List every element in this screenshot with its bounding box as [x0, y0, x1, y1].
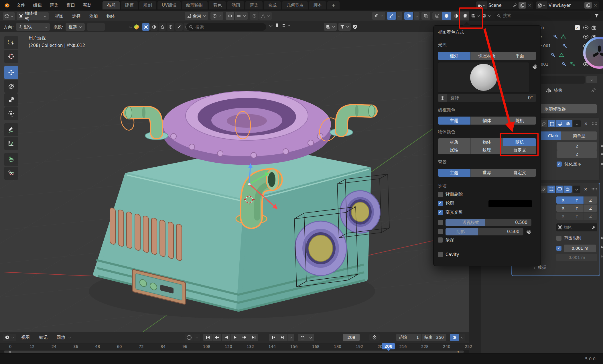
- frame-back-button[interactable]: [269, 334, 278, 341]
- object-color-option[interactable]: 纹理: [471, 146, 504, 154]
- current-frame-marker[interactable]: 208: [382, 343, 395, 349]
- timeline-overlay-toggle[interactable]: [450, 334, 459, 341]
- modifier-display-realtime-toggle[interactable]: [556, 186, 563, 193]
- timeline-menu[interactable]: 回放: [56, 335, 66, 340]
- modifier-close-icon[interactable]: ✕: [584, 187, 588, 192]
- viewlayer-name[interactable]: ViewLayer: [549, 3, 584, 8]
- hide-eye-icon[interactable]: [583, 35, 589, 39]
- modifier-extras-dropdown[interactable]: [573, 120, 581, 127]
- animate-dot[interactable]: [601, 145, 603, 147]
- timeline-menu[interactable]: 视图: [20, 335, 31, 340]
- studiolight-preview[interactable]: [438, 62, 529, 93]
- wire-color-option[interactable]: 主题: [438, 117, 471, 125]
- modifier-display-render-toggle[interactable]: [564, 120, 572, 127]
- scene-icon[interactable]: [476, 1, 487, 9]
- droplet-icon[interactable]: [159, 23, 166, 31]
- workspace-tab[interactable]: 几何节点: [282, 1, 308, 9]
- shadow-gear-icon[interactable]: [526, 229, 531, 235]
- viewport-menu[interactable]: 视图: [54, 13, 65, 19]
- timeline-overlay-dropdown[interactable]: [459, 334, 465, 341]
- jump-to-start-button[interactable]: [203, 334, 212, 341]
- modifier-display-realtime-toggle[interactable]: [556, 120, 564, 127]
- background-option[interactable]: 世界: [471, 169, 504, 177]
- drag-handle-icon[interactable]: [592, 122, 597, 125]
- viewport-menu[interactable]: 添加: [88, 13, 99, 19]
- drag-dropdown[interactable]: 框选: [66, 23, 85, 31]
- outline-checkbox[interactable]: [438, 201, 443, 206]
- topbar-menu[interactable]: 窗口: [62, 0, 79, 11]
- modifier-display-editmode-toggle[interactable]: [547, 186, 555, 193]
- lighting-option[interactable]: 快照材质: [471, 52, 504, 60]
- unlink-scene-icon[interactable]: ✕: [528, 3, 531, 8]
- material-ball-icon[interactable]: [134, 24, 139, 30]
- viewport-menu[interactable]: 选择: [71, 13, 82, 19]
- bisect-axis-z[interactable]: Z: [584, 204, 597, 212]
- new-viewlayer-button[interactable]: [584, 2, 592, 9]
- frame-jump-dropdown[interactable]: [287, 334, 294, 341]
- direction-dropdown[interactable]: 默认: [16, 23, 50, 31]
- play-reverse-button[interactable]: [222, 334, 230, 341]
- backface-culling-checkbox[interactable]: [438, 192, 443, 197]
- snap-target-dropdown[interactable]: [235, 12, 248, 20]
- timeline-editor-type-button[interactable]: [3, 334, 16, 341]
- shadow-slider[interactable]: 阴影0.500: [446, 228, 523, 235]
- object-color-option[interactable]: 自定义: [503, 146, 536, 154]
- animate-dot[interactable]: [601, 153, 603, 155]
- auto-keyframe-toggle[interactable]: [185, 334, 194, 341]
- workspace-tab[interactable]: 合成: [264, 1, 281, 9]
- mode-transfer-icon[interactable]: [150, 23, 158, 31]
- background-option[interactable]: 自定义: [503, 169, 536, 177]
- mirror-axis-z[interactable]: Z: [584, 196, 597, 204]
- workspace-tab[interactable]: +: [327, 1, 340, 9]
- tool-transform[interactable]: [4, 107, 18, 120]
- subdiv-render-levels-field[interactable]: 2: [557, 150, 597, 158]
- outliner-display-mode-dropdown[interactable]: [482, 13, 491, 18]
- blender-logo-icon[interactable]: [3, 3, 10, 8]
- object-color-option[interactable]: 属性: [438, 146, 471, 154]
- bisect-distance-field[interactable]: 0.001 m: [556, 254, 597, 261]
- 3d-viewport[interactable]: 用户透视 (208) Collection | 柱体.012: [0, 32, 469, 332]
- tool-search-field[interactable]: 搜索: [186, 23, 266, 31]
- pivot-point-dropdown[interactable]: [210, 12, 223, 20]
- drag-handle-icon[interactable]: [592, 188, 597, 191]
- topbar-menu[interactable]: 文件: [13, 0, 29, 11]
- brush-icon[interactable]: [175, 23, 183, 31]
- bisect-axis-x[interactable]: X: [556, 204, 570, 212]
- tool-extra-button[interactable]: [87, 23, 105, 31]
- workspace-tab[interactable]: 着色: [209, 1, 226, 9]
- xray-option-checkbox[interactable]: [438, 220, 443, 225]
- tool-add-primitive[interactable]: [4, 153, 18, 166]
- animate-dot[interactable]: [601, 255, 603, 257]
- keying-dropdown[interactable]: [307, 334, 314, 341]
- object-color-option[interactable]: 材质: [438, 138, 471, 146]
- shading-material-preview-button[interactable]: [451, 12, 461, 20]
- shadow-option-checkbox[interactable]: [438, 229, 443, 234]
- merge-distance-field[interactable]: 0.001 m: [564, 245, 596, 252]
- hide-eye-icon[interactable]: [583, 25, 589, 29]
- end-frame-field[interactable]: 结束 250: [422, 334, 446, 341]
- flip-axis-z[interactable]: Z: [584, 213, 597, 220]
- filter-display-dropdown[interactable]: [324, 23, 337, 31]
- cavity-checkbox[interactable]: [438, 252, 443, 257]
- modifier-extras-dropdown[interactable]: [573, 186, 580, 193]
- tool-measure[interactable]: [4, 137, 18, 150]
- tool-move[interactable]: [4, 66, 18, 79]
- modifier-edit-mode-icon[interactable]: [540, 120, 547, 127]
- clipping-checkbox[interactable]: [556, 236, 561, 241]
- tool-trim[interactable]: [4, 167, 18, 180]
- modifier-edit-mode-icon[interactable]: [540, 186, 547, 193]
- outline-color-swatch[interactable]: [488, 200, 532, 207]
- display-mode-dropdown[interactable]: [281, 23, 290, 28]
- proportional-editing-toggle[interactable]: [250, 12, 259, 20]
- bookmark-icon[interactable]: [275, 23, 279, 28]
- viewport-menu[interactable]: 物体: [105, 13, 116, 19]
- workspace-tab[interactable]: 渲染: [245, 1, 263, 9]
- modifier-display-render-toggle[interactable]: [564, 186, 572, 193]
- wire-color-option[interactable]: 物体: [471, 117, 504, 125]
- pin-icon[interactable]: [591, 88, 596, 93]
- next-keyframe-button[interactable]: [240, 334, 249, 341]
- current-frame-field[interactable]: 208: [343, 334, 360, 341]
- gear-icon[interactable]: [532, 64, 538, 70]
- overlays-toggle[interactable]: [404, 12, 413, 20]
- outliner-search-field[interactable]: 搜索: [494, 12, 591, 19]
